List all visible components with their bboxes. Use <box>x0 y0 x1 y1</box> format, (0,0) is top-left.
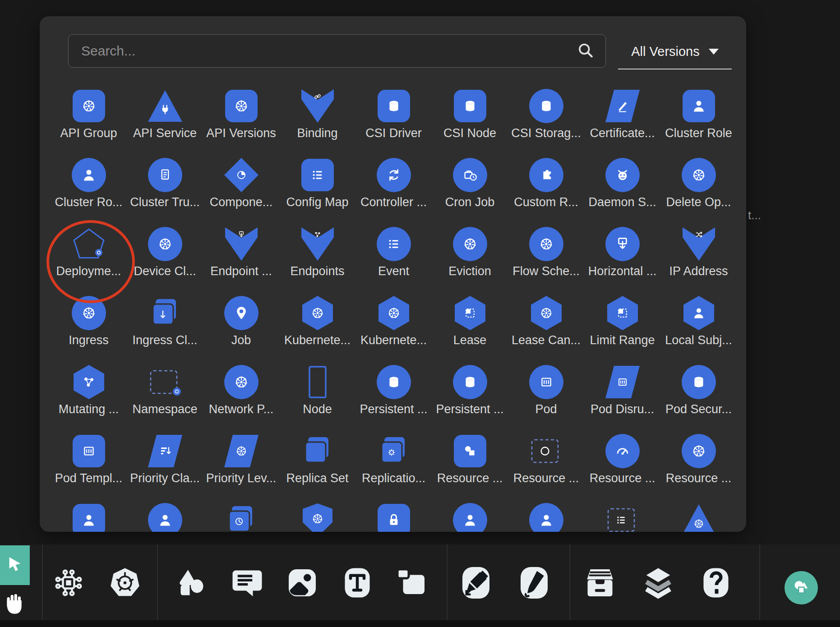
library-item-pod-secur[interactable]: Pod Secur... <box>660 364 737 418</box>
library-item-api-service[interactable]: API Service <box>127 88 203 142</box>
library-item-endpoints[interactable]: Endpoints <box>279 226 355 280</box>
library-item-persistent[interactable]: Persistent ... <box>355 364 432 418</box>
library-item-config-map[interactable]: Config Map <box>279 157 355 211</box>
pencil-tool[interactable] <box>516 565 552 601</box>
chevron-down-icon <box>709 49 719 55</box>
library-item-device-cl[interactable]: Device Cl... <box>127 226 203 280</box>
library-item-resource[interactable]: Resource ... <box>660 433 737 487</box>
library-item-label: Deployme... <box>56 264 121 280</box>
library-item-row7-item-9[interactable] <box>660 502 737 532</box>
library-item-job[interactable]: Job <box>203 295 279 349</box>
row7-item-2-icon <box>147 502 183 532</box>
library-item-api-versions[interactable]: API Versions <box>203 88 279 142</box>
library-item-namespace[interactable]: Namespace <box>127 364 203 418</box>
replica-set-icon <box>300 433 336 469</box>
library-item-label: Pod Disru... <box>591 402 654 418</box>
select-tool[interactable] <box>0 545 30 585</box>
library-item-resource[interactable]: Resource ... <box>432 433 508 487</box>
clipped-canvas-text: t... <box>748 208 761 222</box>
library-item-lease-can[interactable]: Lease Can... <box>508 295 584 349</box>
library-item-row7-item-3[interactable] <box>203 502 279 532</box>
library-item-controller[interactable]: Controller ... <box>355 157 432 211</box>
library-item-label: Pod <box>535 402 557 418</box>
library-item-event[interactable]: Event <box>355 226 432 280</box>
library-item-label: Job <box>231 333 251 349</box>
library-item-custom-r[interactable]: Custom R... <box>508 157 584 211</box>
library-item-compone[interactable]: Compone... <box>203 157 279 211</box>
library-item-cluster-ro[interactable]: Cluster Ro... <box>51 157 127 211</box>
library-item-replicatio[interactable]: Replicatio... <box>355 433 432 487</box>
toolbar-divider <box>569 544 570 620</box>
kubernetes-tool[interactable] <box>107 565 143 601</box>
library-item-row7-item-8[interactable] <box>584 502 660 532</box>
config-map-icon <box>300 157 336 193</box>
library-item-ingress-cl[interactable]: Ingress Cl... <box>127 295 203 349</box>
library-item-pod-disru[interactable]: Pod Disru... <box>584 364 660 418</box>
library-item-row7-item-5[interactable] <box>355 502 432 532</box>
cron-job-icon <box>452 157 488 193</box>
library-item-priority-lev[interactable]: Priority Lev... <box>203 433 279 487</box>
library-item-deployme[interactable]: Deployme... <box>51 226 127 280</box>
library-item-horizontal[interactable]: Horizontal ... <box>584 226 660 280</box>
library-item-priority-cla[interactable]: Priority Cla... <box>127 433 203 487</box>
hand-tool[interactable] <box>1 589 28 618</box>
library-item-kubernete[interactable]: Kubernete... <box>279 295 355 349</box>
layers-tool[interactable] <box>640 565 676 601</box>
library-item-delete-op[interactable]: Delete Op... <box>660 157 737 211</box>
library-item-csi-driver[interactable]: CSI Driver <box>355 88 432 142</box>
library-item-label: CSI Storag... <box>511 126 581 142</box>
library-item-csi-storag[interactable]: CSI Storag... <box>508 88 584 142</box>
search-box[interactable] <box>68 34 606 68</box>
library-item-row7-item-2[interactable] <box>127 502 203 532</box>
library-item-row7-item-4[interactable] <box>279 502 355 532</box>
library-item-row7-item-7[interactable] <box>508 502 584 532</box>
library-item-eviction[interactable]: Eviction <box>432 226 508 280</box>
library-item-daemon-s[interactable]: Daemon S... <box>584 157 660 211</box>
library-item-pod-templ[interactable]: Pod Templ... <box>51 433 127 487</box>
circuit-tool[interactable] <box>51 565 87 601</box>
library-item-network-p[interactable]: Network P... <box>203 364 279 418</box>
library-item-certificate[interactable]: Certificate... <box>584 88 660 142</box>
library-item-binding[interactable]: Binding <box>279 88 355 142</box>
library-item-row7-item-1[interactable] <box>51 502 127 532</box>
library-item-resource[interactable]: Resource ... <box>508 433 584 487</box>
library-item-resource[interactable]: Resource ... <box>584 433 660 487</box>
image-tool[interactable] <box>284 565 320 601</box>
library-item-ip-address[interactable]: IP Address <box>660 226 737 280</box>
pen-tool[interactable] <box>458 565 494 601</box>
library-item-replica-set[interactable]: Replica Set <box>279 433 355 487</box>
help-tool[interactable] <box>698 565 734 601</box>
library-item-label: Network P... <box>209 402 274 418</box>
archive-tool[interactable] <box>582 565 618 601</box>
library-item-endpoint[interactable]: Endpoint ... <box>203 226 279 280</box>
library-item-persistent[interactable]: Persistent ... <box>432 364 508 418</box>
search-input[interactable] <box>69 43 576 59</box>
library-item-csi-node[interactable]: CSI Node <box>432 88 508 142</box>
library-item-ingress[interactable]: Ingress <box>51 295 127 349</box>
resource-icon <box>528 433 564 469</box>
kubernete-icon <box>376 295 412 331</box>
library-item-cluster-tru[interactable]: Cluster Tru... <box>127 157 203 211</box>
library-button[interactable] <box>785 571 818 604</box>
row7-item-9-icon <box>681 502 717 532</box>
library-item-cluster-role[interactable]: Cluster Role <box>660 88 737 142</box>
library-item-label: Lease Can... <box>512 333 581 349</box>
library-item-row7-item-6[interactable] <box>432 502 508 532</box>
library-item-flow-sche[interactable]: Flow Sche... <box>508 226 584 280</box>
library-item-limit-range[interactable]: Limit Range <box>584 295 660 349</box>
library-item-api-group[interactable]: API Group <box>51 88 127 142</box>
library-item-label: API Group <box>60 126 117 142</box>
comment-tool[interactable] <box>229 565 265 601</box>
library-item-kubernete[interactable]: Kubernete... <box>355 295 432 349</box>
library-item-local-subj[interactable]: Local Subj... <box>660 295 737 349</box>
version-filter-dropdown[interactable]: All Versions <box>618 34 732 69</box>
library-item-pod[interactable]: Pod <box>508 364 584 418</box>
shapes-tool[interactable] <box>173 565 209 601</box>
row7-item-6-icon <box>452 502 488 532</box>
note-tool[interactable] <box>393 565 429 601</box>
library-item-lease[interactable]: Lease <box>432 295 508 349</box>
library-item-mutating[interactable]: Mutating ... <box>51 364 127 418</box>
library-item-cron-job[interactable]: Cron Job <box>432 157 508 211</box>
text-tool[interactable] <box>339 565 375 601</box>
library-item-node[interactable]: Node <box>279 364 355 418</box>
